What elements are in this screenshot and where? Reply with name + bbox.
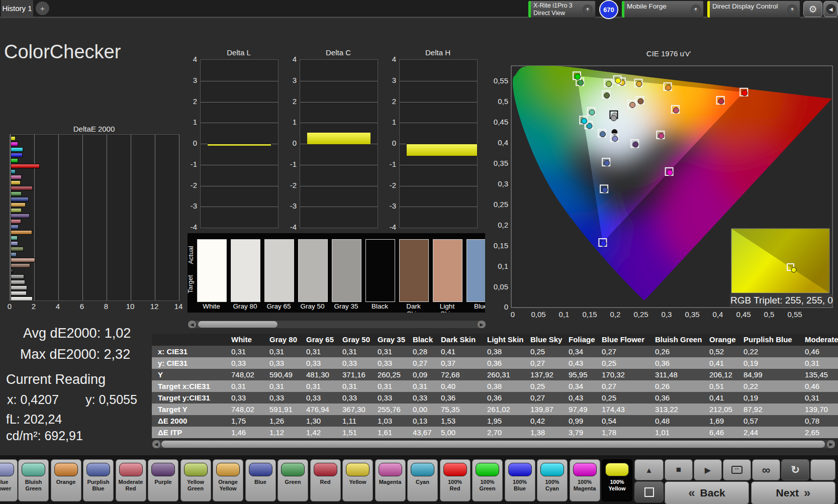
continuous-measure-button[interactable]: ∞ — [752, 459, 780, 480]
gear-icon: ⚙ — [808, 4, 817, 15]
cell: Bluish Green — [655, 335, 709, 344]
patch-button-purplish-blue[interactable]: PurplishBlue — [83, 459, 114, 501]
patch-label: Blue — [246, 479, 275, 485]
patch-button-100-blue[interactable]: 100%Blue — [505, 459, 535, 501]
stop-button[interactable]: ■ — [665, 459, 693, 480]
meter-dropdown[interactable]: X-Rite i1Pro 3 Direct View ▼ — [528, 1, 596, 18]
cell: 97,49 — [569, 405, 602, 414]
patch-button-100-yellow[interactable]: 100%Yellow — [602, 459, 632, 501]
refresh-button[interactable]: ↻ — [781, 459, 809, 480]
patch-button-100-red[interactable]: 100%Red — [440, 459, 471, 501]
cell: Foliage — [569, 335, 602, 344]
patch-button-moderate-red[interactable]: ModerateRed — [116, 459, 146, 501]
y-tick-label: 3 — [381, 76, 396, 84]
cell: 260,25 — [378, 370, 413, 379]
patch-button-magenta[interactable]: Magenta — [375, 459, 406, 501]
axis-tick-label: 0,25 — [633, 310, 648, 319]
axis-tick-label: 0,5 — [498, 97, 508, 106]
chevron-down-icon[interactable]: ▼ — [787, 5, 797, 15]
y-tick-label: -4 — [381, 223, 396, 231]
cell: 0,25 — [602, 393, 655, 402]
delta-chart-delta-c — [300, 59, 378, 228]
app-window: History 1 + X-Rite i1Pro 3 Direct View ▼… — [0, 0, 838, 504]
cell: Orange — [709, 335, 743, 344]
y-tick-label: 3 — [282, 76, 297, 84]
scroll-left-icon[interactable]: ◀ — [152, 440, 160, 448]
gridline — [201, 165, 278, 165]
display-control-dropdown[interactable]: Direct Display Control ▼ — [707, 1, 800, 18]
patch-button-yellow-green[interactable]: YellowGreen — [180, 459, 211, 501]
patch-button-100-green[interactable]: 100%Green — [472, 459, 503, 501]
gridline — [201, 186, 278, 186]
cell: 0,31 — [269, 382, 306, 390]
scroll-right-icon[interactable]: ▶ — [827, 440, 835, 448]
patch-button-bluish-green[interactable]: BluishGreen — [18, 459, 49, 501]
gridline — [107, 135, 107, 300]
cell: 1,46 — [231, 428, 269, 437]
y-tick-label: -2 — [381, 181, 396, 189]
patch-color — [184, 463, 208, 476]
table-scrollbar[interactable]: ◀ ▶ — [152, 440, 835, 449]
de-bar-blue-sky — [11, 252, 17, 257]
extra-control-button[interactable] — [810, 459, 835, 480]
meter-mode: Direct View — [533, 10, 582, 17]
cell: Gray 80 — [269, 335, 306, 344]
axis-tick-label: 0,4 — [713, 310, 723, 319]
patch-button-100-magenta[interactable]: 100%Magenta — [570, 459, 600, 501]
de-bar-orange-yellow — [11, 203, 26, 207]
current-x: x: 0,4207 — [7, 392, 59, 407]
patch-button-orange[interactable]: Orange — [51, 459, 81, 501]
scrollbar-thumb[interactable] — [161, 441, 825, 448]
scrollbar-thumb[interactable] — [198, 321, 277, 328]
patch-button-blue[interactable]: Blue — [245, 459, 276, 501]
single-measure-button[interactable]: ·· — [723, 459, 751, 480]
table-row: Target x:CIE310,310,310,310,310,310,310,… — [152, 380, 838, 392]
scroll-left-icon[interactable]: ◀ — [188, 321, 196, 328]
current-patch-button[interactable] — [634, 481, 664, 502]
cell: 367,30 — [342, 405, 378, 414]
de-bar-black — [11, 269, 13, 273]
add-tab-button[interactable]: + — [36, 2, 49, 15]
meter-count-badge[interactable]: 670 — [599, 0, 618, 19]
collapse-panel-button[interactable]: ◀ — [823, 1, 838, 17]
patch-button-yellow[interactable]: Yellow — [342, 459, 373, 501]
cell: 0,38 — [487, 347, 530, 356]
cell: Light Skin — [487, 335, 530, 344]
chevron-down-icon[interactable]: ▼ — [583, 5, 593, 15]
y-tick-label: -1 — [282, 160, 297, 168]
play-button[interactable]: ▶ — [694, 459, 722, 480]
patch-button-purple[interactable]: Purple — [148, 459, 178, 501]
de-bar-green — [11, 191, 22, 196]
cell: 311,48 — [655, 370, 709, 379]
settings-button[interactable]: ⚙ — [803, 1, 822, 17]
cell: 0,25 — [602, 359, 655, 367]
next-button[interactable]: Next » — [751, 481, 835, 504]
actual-marker-magenta-100 — [667, 170, 673, 175]
patch-button-blue-flower[interactable]: BlueFlower — [0, 459, 18, 501]
tab-history-1[interactable]: History 1 — [1, 0, 33, 17]
patch-button-cyan[interactable]: Cyan — [407, 459, 438, 501]
cell: 174,43 — [602, 405, 655, 414]
row-label: Target x:CIE31 — [152, 382, 231, 390]
cell: 0,54 — [602, 417, 655, 425]
patch-button-green[interactable]: Green — [277, 459, 308, 501]
scroll-up-button[interactable]: ▲ — [634, 459, 664, 480]
cell: 0,31 — [805, 359, 838, 367]
square-outline-icon — [644, 487, 654, 497]
swatch-strip-scrollbar[interactable]: ◀ ▶ — [188, 320, 486, 329]
cell: 0,31 — [269, 347, 306, 356]
cell: 0,33 — [231, 359, 269, 367]
infinity-icon: ∞ — [762, 463, 770, 477]
back-button[interactable]: « Back — [665, 481, 749, 504]
patch-button-100-cyan[interactable]: 100%Cyan — [537, 459, 568, 501]
patch-color — [281, 463, 305, 476]
patch-button-orange-yellow[interactable]: OrangeYellow — [213, 459, 243, 501]
source-dropdown[interactable]: Mobile Forge ▼ — [621, 1, 704, 18]
chevron-down-icon[interactable]: ▼ — [691, 5, 701, 15]
y-tick-label: -2 — [282, 181, 297, 189]
de-bar-100-cyan — [11, 147, 23, 152]
patch-button-red[interactable]: Red — [310, 459, 341, 501]
gridline — [400, 102, 477, 103]
current-reading-heading: Current Reading — [6, 372, 106, 387]
gridline — [201, 123, 278, 123]
